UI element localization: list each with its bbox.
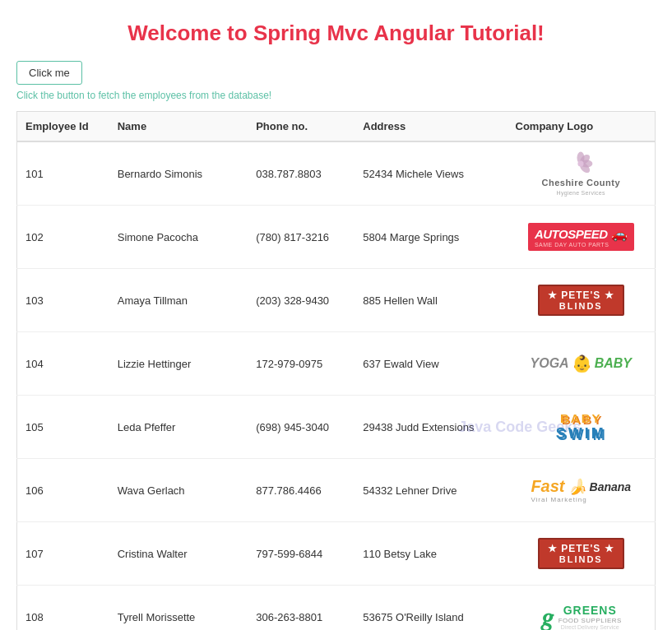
company-logo-yogababy: YOGA 👶 BABY (531, 354, 632, 373)
cell-name: Tyrell Morissette (109, 586, 248, 631)
table-row: 106 Wava Gerlach 877.786.4466 54332 Lehn… (17, 459, 656, 522)
employees-table: Employee Id Name Phone no. Address Compa… (16, 111, 656, 630)
cell-name: Amaya Tillman (109, 269, 248, 332)
col-header-name: Name (109, 112, 248, 142)
cell-logo: Cheshire County Hygiene Services (507, 141, 656, 206)
col-header-address: Address (355, 112, 507, 142)
cell-id: 105 (17, 396, 109, 459)
cell-logo: ★ PETE'S ★ BLINDS (507, 269, 656, 332)
cell-name: Wava Gerlach (109, 459, 248, 522)
cell-id: 106 (17, 459, 109, 522)
svg-point-4 (578, 160, 584, 166)
cell-address: 5804 Marge Springs (355, 206, 507, 269)
company-logo-autospeed: AUTOSPEED 🚗 SAME DAY AUTO PARTS (528, 223, 634, 251)
company-logo-cheshire: Cheshire County Hygiene Services (541, 151, 620, 196)
cell-logo: 𝑔 GREENS FOOD SUPPLIERS Direct Delivery … (507, 586, 656, 631)
table-row: 107 Cristina Walter 797-599-6844 110 Bet… (17, 522, 656, 586)
cell-address: 53675 O'Reilly Island (355, 586, 507, 631)
cell-id: 101 (17, 141, 109, 206)
cell-address: 29438 Judd Extensions (355, 396, 507, 459)
page-title: Welcome to Spring Mvc Angular Tutorial! (16, 21, 656, 46)
col-header-logo: Company Logo (507, 112, 656, 142)
cell-address: 110 Betsy Lake (355, 522, 507, 586)
cell-id: 107 (17, 522, 109, 586)
cell-id: 104 (17, 332, 109, 396)
cell-phone: (780) 817-3216 (248, 206, 355, 269)
click-me-button[interactable]: Click me (16, 61, 82, 85)
company-logo-petes: ★ PETE'S ★ BLINDS (538, 285, 624, 316)
cell-logo: AUTOSPEED 🚗 SAME DAY AUTO PARTS (507, 206, 656, 269)
table-row: 101 Bernardo Simonis 038.787.8803 52434 … (17, 141, 656, 206)
cell-phone: (698) 945-3040 (248, 396, 355, 459)
company-logo-fastbanana: Fast 🍌 Banana Viral Marketing (531, 477, 631, 503)
cell-logo: ★ PETE'S ★ BLINDS (507, 522, 656, 586)
table-row: 103 Amaya Tillman (203) 328-9430 885 Hel… (17, 269, 656, 332)
cell-phone: 797-599-6844 (248, 522, 355, 586)
company-logo-petes: ★ PETE'S ★ BLINDS (538, 538, 624, 569)
cell-name: Bernardo Simonis (109, 141, 248, 206)
cell-phone: 306-263-8801 (248, 586, 355, 631)
table-row: 105 Leda Pfeffer (698) 945-3040 29438 Ju… (17, 396, 656, 459)
cell-logo: YOGA 👶 BABY (507, 332, 656, 396)
cell-phone: 877.786.4466 (248, 459, 355, 522)
company-logo-babyswim: BABY SWIM (556, 411, 606, 442)
table-row: 108 Tyrell Morissette 306-263-8801 53675… (17, 586, 656, 631)
cell-id: 102 (17, 206, 109, 269)
cell-address: 52434 Michele Views (355, 141, 507, 206)
col-header-phone: Phone no. (248, 112, 355, 142)
cell-address: 54332 Lehner Drive (355, 459, 507, 522)
cell-logo: Java Code Geeks BABY SWIM (507, 396, 656, 459)
table-row: 102 Simone Pacocha (780) 817-3216 5804 M… (17, 206, 656, 269)
cell-address: 637 Ewald View (355, 332, 507, 396)
company-logo-greens: 𝑔 GREENS FOOD SUPPLIERS Direct Delivery … (540, 604, 622, 630)
table-row: 104 Lizzie Hettinger 172-979-0975 637 Ew… (17, 332, 656, 396)
cell-logo: Fast 🍌 Banana Viral Marketing (507, 459, 656, 522)
cell-name: Lizzie Hettinger (109, 332, 248, 396)
cell-phone: 172-979-0975 (248, 332, 355, 396)
cell-id: 103 (17, 269, 109, 332)
cell-address: 885 Hellen Wall (355, 269, 507, 332)
cell-name: Leda Pfeffer (109, 396, 248, 459)
cell-name: Simone Pacocha (109, 206, 248, 269)
hint-text: Click the button to fetch the employees … (16, 90, 656, 101)
cell-phone: 038.787.8803 (248, 141, 355, 206)
cell-phone: (203) 328-9430 (248, 269, 355, 332)
col-header-id: Employee Id (17, 112, 109, 142)
cell-id: 108 (17, 586, 109, 631)
cell-name: Cristina Walter (109, 522, 248, 586)
